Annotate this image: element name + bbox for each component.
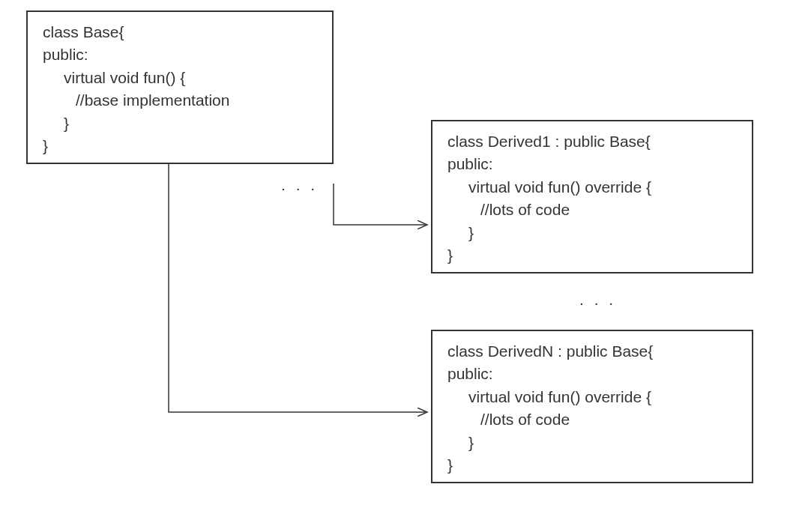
ellipsis-horizontal: . . . — [281, 176, 318, 194]
code-line: //lots of code — [447, 408, 743, 431]
arrow-base-to-derived1 — [334, 184, 427, 225]
code-line: class Derived1 : public Base{ — [447, 130, 743, 153]
derived1-class-box: class Derived1 : public Base{ public: vi… — [431, 120, 753, 273]
code-line: } — [447, 454, 743, 477]
code-line: public: — [447, 153, 743, 175]
code-line: //lots of code — [447, 199, 743, 221]
code-line: } — [43, 112, 323, 135]
arrow-base-to-derivedn — [169, 164, 427, 412]
code-line: } — [43, 135, 323, 157]
code-line: public: — [43, 43, 323, 66]
ellipsis-vertical: . . . — [579, 291, 616, 309]
code-line: } — [447, 244, 743, 267]
base-class-box: class Base{ public: virtual void fun() {… — [26, 10, 334, 164]
code-line: } — [447, 432, 743, 454]
code-line: class DerivedN : public Base{ — [447, 340, 743, 363]
code-line: virtual void fun() { — [43, 67, 323, 89]
code-line: virtual void fun() override { — [447, 176, 743, 199]
code-line: //base implementation — [43, 89, 323, 112]
code-line: } — [447, 222, 743, 244]
code-line: virtual void fun() override { — [447, 386, 743, 408]
derivedn-class-box: class DerivedN : public Base{ public: vi… — [431, 330, 753, 483]
code-line: class Base{ — [43, 21, 323, 43]
code-line: public: — [447, 363, 743, 385]
